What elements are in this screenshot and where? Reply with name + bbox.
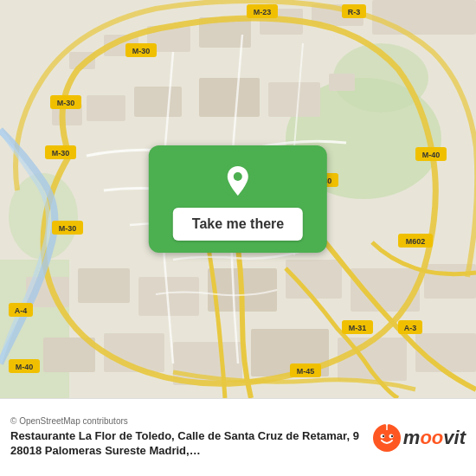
svg-text:M-30: M-30 [59, 224, 77, 233]
svg-rect-19 [78, 268, 130, 303]
svg-point-64 [383, 434, 384, 436]
svg-rect-14 [134, 87, 182, 117]
moovit-character-svg [373, 424, 401, 452]
svg-text:M-23: M-23 [254, 8, 272, 16]
restaurant-name: Restaurante La Flor de Toledo, Calle de … [10, 429, 364, 459]
location-pin-icon [219, 161, 257, 199]
svg-text:A-4: A-4 [15, 306, 28, 315]
restaurant-info: © OpenStreetMap contributors Restaurante… [10, 416, 364, 459]
svg-text:M-30: M-30 [52, 149, 70, 158]
svg-rect-17 [329, 74, 355, 91]
svg-rect-15 [199, 78, 260, 117]
svg-point-65 [391, 434, 393, 436]
svg-text:M-40: M-40 [422, 151, 441, 159]
svg-text:R-3: R-3 [348, 8, 361, 16]
bottom-bar: © OpenStreetMap contributors Restaurante… [0, 398, 476, 476]
moovit-logo: moovit [373, 424, 466, 452]
copyright-text: © OpenStreetMap contributors [10, 416, 364, 426]
location-pin-container: Take me there [149, 145, 327, 253]
button-overlay: Take me there [149, 145, 327, 253]
svg-rect-13 [87, 95, 125, 121]
take-me-there-button[interactable]: Take me there [173, 208, 303, 241]
svg-text:M-31: M-31 [349, 324, 367, 332]
map-container: M-30 M-30 M-30 M-40 M-23 R-3 M-30 M-40 M… [0, 0, 476, 398]
moovit-text: moovit [403, 427, 466, 449]
moovit-face-icon [373, 424, 401, 452]
svg-text:M-30: M-30 [57, 99, 75, 107]
svg-text:M-30: M-30 [132, 47, 151, 55]
svg-rect-16 [268, 82, 320, 117]
svg-text:M-40: M-40 [16, 363, 34, 371]
svg-text:A-3: A-3 [404, 324, 417, 332]
svg-point-60 [234, 172, 242, 181]
svg-text:M-45: M-45 [297, 367, 315, 376]
svg-rect-11 [372, 0, 476, 35]
svg-text:M602: M602 [406, 237, 426, 246]
